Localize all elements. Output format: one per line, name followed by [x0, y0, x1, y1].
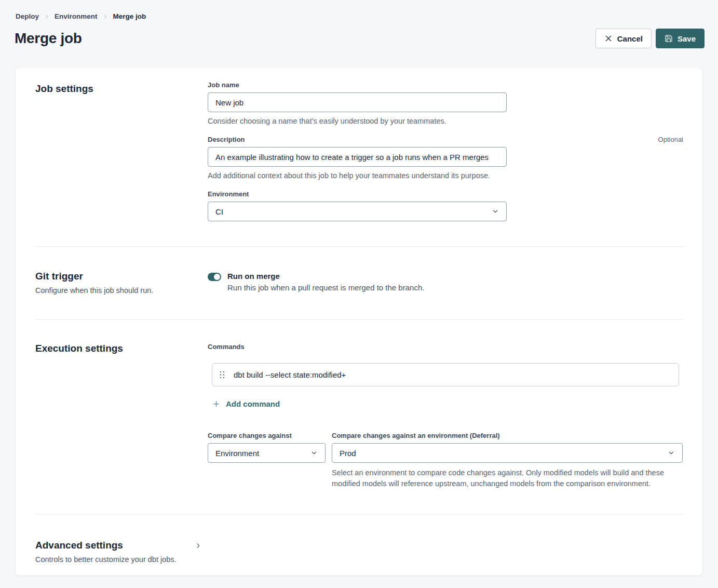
compare-against-field-group: Compare changes against Environment [208, 432, 326, 489]
description-field-group: Description Optional Add additional cont… [208, 136, 683, 180]
environment-select[interactable]: CI [208, 202, 507, 221]
command-row[interactable]: dbt build --select state:modified+ [212, 363, 679, 386]
plus-icon [212, 400, 220, 408]
description-input[interactable] [208, 147, 507, 167]
add-command-label: Add command [226, 399, 280, 408]
chevron-right-icon [44, 14, 49, 19]
close-icon [604, 34, 613, 43]
job-name-label: Job name [208, 81, 239, 89]
add-command-button[interactable]: Add command [212, 399, 280, 408]
save-button[interactable]: Save [656, 29, 705, 48]
compare-row: Compare changes against Environment Comp… [208, 432, 683, 489]
environment-select-value: CI [215, 207, 223, 216]
description-helper: Add additional context about this job to… [208, 171, 683, 180]
job-settings-card: Job settings Job name Consider choosing … [16, 68, 702, 576]
optional-badge: Optional [658, 136, 683, 143]
job-settings-heading: Job settings [35, 83, 208, 95]
section-job-settings: Job settings Job name Consider choosing … [16, 68, 702, 246]
section-git-trigger: Git trigger Configure when this job shou… [16, 247, 702, 319]
save-icon [665, 34, 673, 43]
breadcrumb-environment[interactable]: Environment [55, 12, 98, 20]
chevron-down-icon [492, 208, 499, 215]
cancel-button-label: Cancel [617, 34, 643, 43]
breadcrumb: Deploy Environment Merge job [0, 0, 718, 20]
execution-settings-heading: Execution settings [35, 343, 208, 354]
deferral-helper: Select an environment to compare code ch… [332, 467, 683, 489]
deferral-field-group: Compare changes against an environment (… [332, 432, 683, 489]
environment-field-group: Environment CI [208, 190, 683, 221]
page-header: Merge job Cancel Save [0, 20, 718, 48]
merge-job-page: Deploy Environment Merge job Merge job C… [0, 0, 718, 588]
compare-against-select[interactable]: Environment [208, 443, 326, 463]
run-on-merge-description: Run this job when a pull request is merg… [227, 283, 424, 292]
command-text[interactable]: dbt build --select state:modified+ [234, 370, 346, 379]
job-name-helper: Consider choosing a name that's easily u… [208, 117, 683, 125]
advanced-settings-heading: Advanced settings [35, 540, 208, 551]
chevron-down-icon [668, 449, 675, 457]
git-trigger-heading: Git trigger [35, 271, 208, 282]
job-name-field-group: Job name Consider choosing a name that's… [208, 81, 683, 125]
deferral-select[interactable]: Prod [332, 443, 683, 463]
environment-label: Environment [208, 190, 249, 198]
breadcrumb-merge-job: Merge job [113, 12, 146, 20]
drag-handle-icon[interactable] [220, 371, 225, 379]
section-advanced-settings[interactable]: Advanced settings Controls to better cus… [16, 515, 702, 588]
toggle-knob [214, 274, 220, 280]
chevron-down-icon [310, 449, 318, 457]
job-name-input[interactable] [208, 92, 507, 112]
deferral-select-value: Prod [340, 449, 356, 458]
chevron-right-icon[interactable] [195, 542, 201, 549]
commands-label: Commands [208, 343, 683, 351]
header-actions: Cancel Save [595, 29, 705, 48]
save-button-label: Save [678, 34, 696, 43]
compare-against-select-value: Environment [215, 449, 259, 458]
advanced-settings-subtext: Controls to better customize your dbt jo… [35, 555, 208, 564]
breadcrumb-deploy[interactable]: Deploy [16, 12, 39, 20]
section-execution-settings: Execution settings Commands dbt build --… [16, 320, 702, 514]
deferral-label: Compare changes against an environment (… [332, 432, 500, 439]
git-trigger-subtext: Configure when this job should run. [35, 286, 208, 295]
page-title: Merge job [15, 30, 82, 47]
run-on-merge-label: Run on merge [227, 272, 424, 280]
compare-against-label: Compare changes against [208, 432, 292, 439]
chevron-right-icon [103, 14, 108, 19]
run-on-merge-row: Run on merge Run this job when a pull re… [208, 271, 683, 292]
cancel-button[interactable]: Cancel [595, 29, 652, 48]
run-on-merge-toggle[interactable] [208, 273, 221, 281]
description-label: Description [208, 136, 245, 143]
